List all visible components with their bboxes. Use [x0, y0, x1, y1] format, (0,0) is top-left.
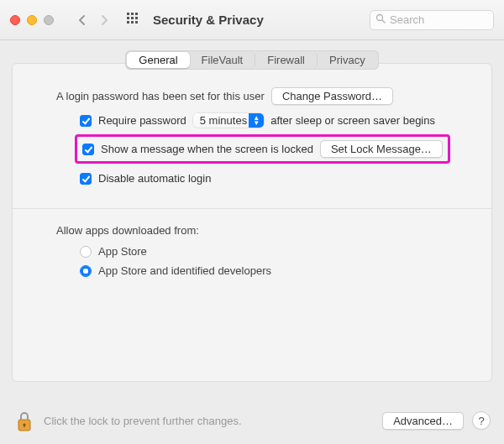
general-panel: A login password has been set for this u…: [12, 63, 492, 382]
require-password-label: Require password: [98, 114, 186, 127]
search-field[interactable]: [370, 10, 494, 30]
svg-rect-6: [127, 21, 129, 24]
zoom-window-button[interactable]: [44, 15, 54, 25]
window-controls: [10, 15, 54, 25]
change-password-button[interactable]: Change Password…: [271, 87, 393, 105]
lock-hint-text: Click the lock to prevent further change…: [44, 415, 374, 427]
allow-apps-group: App Store App Store and identified devel…: [33, 245, 471, 277]
svg-rect-5: [135, 17, 138, 19]
allow-apps-label: Allow apps downloaded from:: [33, 224, 471, 237]
svg-rect-13: [24, 425, 24, 427]
stepper-arrows-icon: ▲▼: [249, 113, 264, 128]
set-lock-message-button[interactable]: Set Lock Message…: [320, 140, 443, 158]
disable-autologin-label: Disable automatic login: [98, 172, 211, 185]
titlebar: Security & Privacy: [0, 0, 504, 40]
tab-firewall[interactable]: Firewall: [255, 52, 318, 68]
window-title: Security & Privacy: [153, 13, 264, 27]
svg-rect-4: [131, 17, 134, 19]
svg-line-10: [382, 20, 385, 23]
lock-message-checkbox[interactable]: [82, 144, 94, 155]
login-password-text: A login password has been set for this u…: [56, 90, 265, 102]
lock-message-label: Show a message when the screen is locked: [101, 143, 313, 155]
back-button[interactable]: [77, 14, 87, 26]
tab-filevault[interactable]: FileVault: [190, 52, 256, 68]
require-password-delay-value: 5 minutes: [200, 114, 247, 127]
advanced-button[interactable]: Advanced…: [382, 412, 464, 430]
svg-rect-3: [127, 17, 129, 19]
allow-apps-identified-label: App Store and identified developers: [98, 264, 271, 277]
svg-rect-1: [131, 13, 134, 15]
lock-icon[interactable]: [13, 408, 35, 433]
tab-general[interactable]: General: [127, 52, 189, 68]
require-password-checkbox[interactable]: [80, 115, 92, 127]
highlight-annotation: Show a message when the screen is locked…: [75, 134, 450, 164]
search-icon: [375, 13, 386, 26]
require-password-suffix: after sleep or screen saver begins: [270, 114, 435, 127]
forward-button[interactable]: [99, 14, 109, 26]
allow-apps-appstore-radio[interactable]: [80, 246, 92, 258]
tab-bar: General FileVault Firewall Privacy: [12, 50, 492, 70]
svg-rect-0: [127, 13, 129, 15]
svg-rect-2: [135, 13, 138, 15]
svg-rect-8: [135, 21, 138, 24]
show-all-icon[interactable]: [126, 12, 139, 28]
allow-apps-appstore-label: App Store: [98, 245, 147, 258]
svg-point-9: [377, 15, 383, 21]
allow-apps-identified-radio[interactable]: [80, 265, 92, 277]
minimize-window-button[interactable]: [27, 15, 37, 25]
search-input[interactable]: [390, 13, 488, 26]
tab-privacy[interactable]: Privacy: [318, 52, 377, 68]
help-button[interactable]: ?: [472, 411, 491, 430]
divider: [13, 208, 491, 209]
svg-rect-7: [131, 21, 134, 24]
require-password-delay-select[interactable]: 5 minutes ▲▼: [193, 113, 264, 128]
close-window-button[interactable]: [10, 15, 20, 25]
disable-autologin-checkbox[interactable]: [80, 173, 92, 185]
footer: Click the lock to prevent further change…: [0, 397, 504, 444]
